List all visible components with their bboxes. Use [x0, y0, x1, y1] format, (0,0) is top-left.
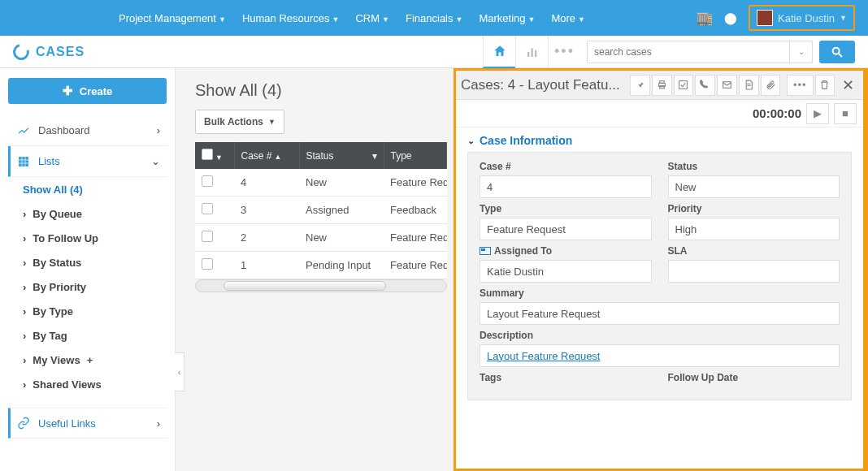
- contact-icon: [480, 247, 491, 255]
- sidebar-by-type[interactable]: ›By Type: [16, 299, 167, 323]
- nav-human-resources[interactable]: Human Resources▼: [234, 1, 348, 36]
- section-case-information[interactable]: ⌄ Case Information: [467, 134, 852, 147]
- print-icon[interactable]: [652, 75, 672, 96]
- check-icon[interactable]: [674, 75, 694, 96]
- nav-marketing[interactable]: Marketing▼: [471, 1, 543, 36]
- sidebar-to-follow-up[interactable]: ›To Follow Up: [16, 226, 167, 250]
- svg-rect-12: [659, 86, 663, 89]
- row-checkbox[interactable]: [202, 203, 213, 214]
- label-tags: Tags: [480, 372, 652, 383]
- svg-rect-11: [659, 81, 663, 84]
- svg-line-4: [839, 54, 842, 57]
- detail-pane: Cases: 4 - Layout Featu... ••• ✕ 00:00:0…: [454, 68, 868, 471]
- row-checkbox[interactable]: [202, 175, 213, 187]
- sidebar: ✚ Create Dashboard › Lists ⌄ Show All (4…: [0, 68, 176, 471]
- svg-point-3: [833, 47, 840, 54]
- chevron-right-icon: ›: [157, 124, 160, 136]
- search-dropdown[interactable]: ⌄: [790, 41, 813, 63]
- sort-asc-icon: ▲: [275, 153, 282, 161]
- timer-value: 00:00:00: [753, 106, 801, 120]
- nav-financials[interactable]: Financials▼: [397, 1, 471, 36]
- attachment-icon[interactable]: [761, 75, 781, 96]
- top-nav: Project Management▼ Human Resources▼ CRM…: [0, 0, 868, 36]
- nav-crm[interactable]: CRM▼: [347, 1, 397, 36]
- label-status: Status: [668, 161, 840, 172]
- email-icon[interactable]: [717, 75, 737, 96]
- caret-down-icon: ▼: [219, 15, 226, 24]
- caret-down-icon: ▼: [382, 15, 389, 24]
- caret-down-icon: ▼: [332, 15, 340, 24]
- sidebar-by-priority[interactable]: ›By Priority: [16, 274, 167, 299]
- more-actions-button[interactable]: •••: [787, 75, 813, 96]
- close-icon[interactable]: ✕: [838, 75, 858, 96]
- label-summary: Summary: [480, 287, 840, 299]
- phone-icon[interactable]: [695, 75, 715, 96]
- sidebar-useful-links[interactable]: Useful Links ›: [8, 408, 167, 439]
- timer-stop-button[interactable]: ■: [834, 103, 857, 124]
- sidebar-lists[interactable]: Lists ⌄: [8, 146, 167, 177]
- table-row[interactable]: 4NewFeature Request: [195, 169, 447, 197]
- list-title: Show All (4): [195, 81, 444, 100]
- store-icon[interactable]: 🏬: [697, 11, 713, 26]
- collapse-sidebar-handle[interactable]: ‹: [175, 352, 184, 391]
- grid-icon: [17, 155, 30, 168]
- pin-icon[interactable]: [630, 75, 650, 96]
- module-mark-icon: [10, 41, 32, 63]
- sidebar-show-all[interactable]: Show All (4): [16, 177, 167, 201]
- reports-icon[interactable]: [515, 36, 548, 68]
- timer-play-button[interactable]: ▶: [806, 103, 829, 124]
- sidebar-shared-views[interactable]: ›Shared Views: [16, 372, 167, 396]
- sidebar-my-views[interactable]: ›My Views+: [16, 348, 167, 372]
- user-menu[interactable]: Katie Dustin ▼: [749, 5, 855, 31]
- plus-icon[interactable]: +: [87, 354, 93, 366]
- value-priority[interactable]: High: [668, 218, 840, 240]
- search-button[interactable]: [819, 41, 855, 63]
- svg-rect-1: [531, 48, 532, 57]
- label-case: Case #: [480, 161, 652, 172]
- svg-rect-13: [679, 81, 688, 89]
- col-type[interactable]: Type: [384, 142, 447, 169]
- cases-table: ▼ Case #▲ Status▾ Type 4NewFeature Reque…: [195, 142, 447, 279]
- nav-project-management[interactable]: Project Management▼: [111, 1, 234, 36]
- row-checkbox[interactable]: [202, 231, 213, 242]
- scrollbar-thumb[interactable]: [224, 281, 386, 291]
- label-priority: Priority: [668, 203, 840, 214]
- value-case[interactable]: 4: [480, 175, 652, 198]
- nav-more[interactable]: More▼: [543, 1, 593, 36]
- bulk-actions-button[interactable]: Bulk Actions ▼: [195, 110, 284, 134]
- value-summary[interactable]: Layout Feature Request: [480, 302, 840, 325]
- chevron-right-icon: ›: [157, 417, 160, 430]
- col-case[interactable]: Case #▲: [234, 142, 299, 169]
- value-sla[interactable]: [668, 260, 840, 283]
- value-status[interactable]: New: [668, 175, 840, 198]
- chart-icon: [17, 124, 30, 137]
- module-logo[interactable]: CASES: [13, 44, 85, 60]
- sidebar-by-status[interactable]: ›By Status: [16, 250, 167, 274]
- table-row[interactable]: 1Pending InputFeature Request: [195, 252, 447, 279]
- chevron-down-icon: ⌄: [151, 155, 160, 167]
- delete-icon[interactable]: [815, 75, 835, 96]
- caret-down-icon: ▼: [578, 15, 585, 24]
- horizontal-scrollbar[interactable]: [195, 279, 447, 292]
- value-description[interactable]: Layout Feature Request: [480, 344, 840, 367]
- table-row[interactable]: 2NewFeature Request: [195, 224, 447, 252]
- value-assigned[interactable]: Katie Dustin: [480, 260, 652, 283]
- svg-rect-5: [19, 157, 28, 166]
- label-type: Type: [480, 203, 652, 214]
- sidebar-dashboard[interactable]: Dashboard ›: [8, 115, 167, 146]
- row-checkbox[interactable]: [202, 258, 213, 270]
- create-button[interactable]: ✚ Create: [8, 78, 167, 104]
- sidebar-by-queue[interactable]: ›By Queue: [16, 201, 167, 226]
- value-type[interactable]: Feature Request: [480, 218, 652, 240]
- search-input[interactable]: [587, 41, 790, 63]
- more-icon[interactable]: •••: [548, 36, 580, 68]
- document-icon[interactable]: [739, 75, 759, 96]
- table-row[interactable]: 3AssignedFeedback: [195, 197, 447, 224]
- home-icon[interactable]: [483, 36, 515, 68]
- caret-down-icon: ▼: [456, 15, 463, 24]
- select-all-header[interactable]: ▼: [195, 142, 234, 169]
- share-icon[interactable]: ⬤: [724, 11, 737, 24]
- detail-title: Cases: 4 - Layout Featu...: [461, 77, 628, 93]
- col-status[interactable]: Status▾: [299, 142, 384, 169]
- sidebar-by-tag[interactable]: ›By Tag: [16, 323, 167, 348]
